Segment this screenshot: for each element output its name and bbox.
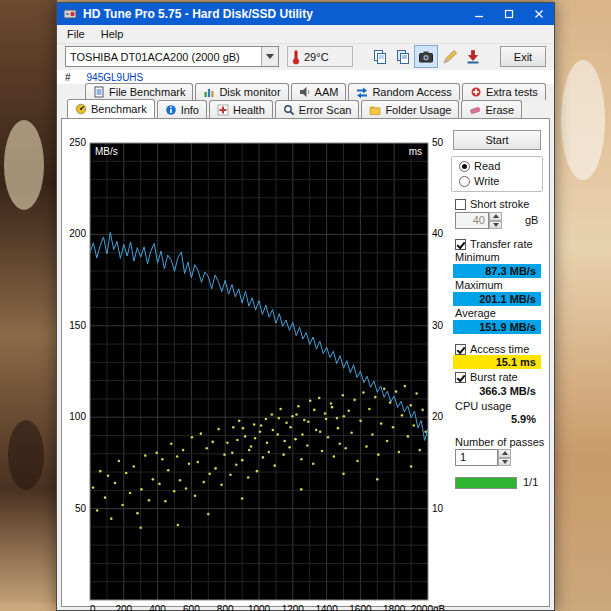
tab-label: Info	[181, 104, 199, 116]
access-time-value: 15.1 ms	[453, 355, 541, 369]
benchmark-gauge-icon	[75, 103, 87, 115]
thermometer-icon	[292, 49, 300, 65]
tab-erase[interactable]: Erase	[461, 100, 522, 118]
spin-up-button[interactable]	[498, 449, 511, 458]
checkbox-icon	[455, 199, 466, 210]
desktop-wallpaper-left	[0, 0, 57, 611]
access-time-label: Access time	[470, 343, 529, 355]
speaker-icon	[299, 86, 311, 98]
maximum-value: 201.1 MB/s	[453, 292, 541, 306]
random-access-icon	[356, 86, 368, 98]
tab-file-benchmark[interactable]: File Benchmark	[85, 83, 193, 100]
cpu-usage-label: CPU usage	[455, 400, 511, 412]
minimize-button[interactable]	[464, 3, 494, 25]
write-radio-label: Write	[474, 175, 499, 187]
short-stroke-size-spinner[interactable]: 40	[455, 212, 502, 229]
tab-extra-tests[interactable]: Extra tests	[462, 83, 546, 100]
access-time-checkbox[interactable]: Access time	[455, 343, 529, 355]
cpu-usage-value: 5.9%	[453, 412, 541, 426]
tab-label: Error Scan	[299, 104, 352, 116]
short-stroke-label: Short stroke	[470, 198, 529, 210]
copy-screenshot-button[interactable]	[368, 45, 392, 68]
health-cross-icon	[217, 104, 229, 116]
checkbox-icon	[455, 372, 466, 383]
tab-label: Extra tests	[486, 86, 538, 98]
drive-select[interactable]: TOSHIBA DT01ACA200 (2000 gB)	[65, 46, 279, 67]
tab-benchmark[interactable]: Benchmark	[67, 99, 155, 118]
start-button[interactable]: Start	[453, 130, 541, 150]
toolbar: TOSHIBA DT01ACA200 (2000 gB) 29°C Exit	[57, 44, 554, 70]
temperature-indicator: 29°C	[287, 46, 353, 67]
tab-label: Benchmark	[91, 103, 147, 115]
maximum-label: Maximum	[455, 279, 503, 291]
read-radio-label: Read	[474, 160, 500, 172]
progress-text: 1/1	[523, 476, 538, 488]
progress-fill	[456, 478, 516, 488]
checkbox-icon	[455, 344, 466, 355]
hdtune-window: HD Tune Pro 5.75 - Hard Disk/SSD Utility…	[56, 2, 555, 611]
tab-folder-usage[interactable]: Folder Usage	[361, 100, 459, 118]
magnifier-icon	[283, 104, 295, 116]
tab-random-access[interactable]: Random Access	[348, 83, 459, 100]
burst-rate-label: Burst rate	[470, 371, 518, 383]
benchmark-controls: Start Read Write Short stroke 40	[62, 119, 549, 606]
progress-bar	[455, 477, 517, 489]
drive-select-value: TOSHIBA DT01ACA200 (2000 gB)	[66, 51, 261, 63]
tab-error-scan[interactable]: Error Scan	[275, 100, 360, 118]
menubar: File Help	[57, 25, 554, 44]
average-label: Average	[455, 307, 496, 319]
tab-label: Erase	[485, 104, 514, 116]
short-stroke-checkbox[interactable]: Short stroke	[455, 198, 529, 210]
spin-down-button[interactable]	[489, 221, 502, 230]
burst-rate-checkbox[interactable]: Burst rate	[455, 371, 518, 383]
eraser-icon	[469, 104, 481, 116]
exit-button[interactable]: Exit	[500, 46, 546, 67]
serial-row: # 945GL9UHS	[57, 70, 554, 84]
maximize-button[interactable]	[494, 3, 524, 25]
tab-label: File Benchmark	[109, 86, 185, 98]
passes-label: Number of passes	[455, 436, 544, 448]
tab-info[interactable]: Info	[157, 100, 207, 118]
pen-tool-button[interactable]	[438, 45, 462, 68]
chevron-down-icon	[261, 47, 278, 66]
tab-health[interactable]: Health	[209, 100, 273, 118]
close-button[interactable]	[524, 3, 554, 25]
tab-row-2: Benchmark Info Health Error Scan Folder …	[67, 100, 524, 118]
menu-help[interactable]: Help	[93, 26, 132, 42]
transfer-rate-checkbox[interactable]: Transfer rate	[455, 238, 533, 250]
wallpaper-shape	[8, 420, 44, 490]
tab-row-1: File Benchmark Disk monitor AAM Random A…	[85, 83, 548, 100]
tab-label: Folder Usage	[385, 104, 451, 116]
window-title: HD Tune Pro 5.75 - Hard Disk/SSD Utility	[83, 7, 313, 21]
write-radio[interactable]: Write	[459, 175, 499, 187]
spin-down-button[interactable]	[498, 458, 511, 467]
short-stroke-size-value: 40	[455, 212, 489, 229]
gb-unit-label: gB	[525, 214, 538, 226]
save-export-button[interactable]	[461, 45, 485, 68]
tab-label: AAM	[315, 86, 339, 98]
passes-spinner[interactable]: 1	[455, 449, 511, 466]
spin-up-button[interactable]	[489, 212, 502, 221]
minimum-label: Minimum	[455, 251, 500, 263]
tab-aam[interactable]: AAM	[291, 83, 347, 100]
minimum-value: 87.3 MB/s	[453, 264, 541, 278]
read-radio[interactable]: Read	[459, 160, 500, 172]
checkbox-icon	[455, 239, 466, 250]
camera-screenshot-button[interactable]	[414, 45, 438, 68]
tab-label: Random Access	[372, 86, 451, 98]
content-panel: 2502001501005050403020100200400600800100…	[61, 118, 550, 607]
average-value: 151.9 MB/s	[453, 320, 541, 334]
radio-icon	[459, 176, 470, 187]
radio-icon	[459, 161, 470, 172]
copy-to-file-button[interactable]	[391, 45, 415, 68]
menu-file[interactable]: File	[59, 26, 93, 42]
serial-prefix: #	[65, 72, 71, 83]
info-icon	[165, 104, 177, 116]
titlebar[interactable]: HD Tune Pro 5.75 - Hard Disk/SSD Utility	[57, 3, 554, 25]
disk-monitor-icon	[203, 86, 215, 98]
temperature-value: 29°C	[304, 51, 329, 63]
tab-disk-monitor[interactable]: Disk monitor	[195, 83, 288, 100]
serial-number: 945GL9UHS	[87, 72, 144, 83]
file-benchmark-icon	[93, 86, 105, 98]
tab-label: Health	[233, 104, 265, 116]
